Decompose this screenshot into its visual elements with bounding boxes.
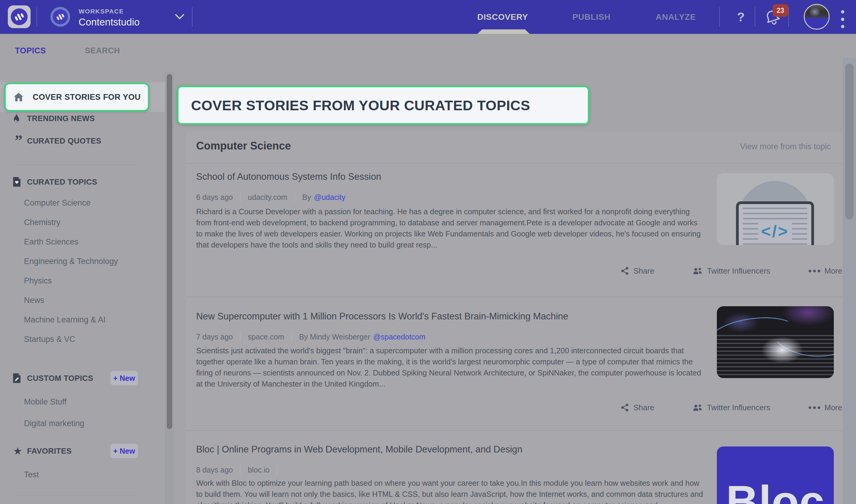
workspace-name: Contentstudio [79,17,140,28]
sidebar-topic-engineering-technology[interactable]: Engineering & Technology [24,257,150,266]
help-button[interactable]: ? [727,0,755,34]
view-more-link[interactable]: View more from this topic [740,142,831,151]
meta-separator [240,192,241,202]
article-thumbnail-code-illustration[interactable]: </> [717,173,834,245]
nav-analyze[interactable]: ANALYZE [646,0,706,34]
topbar-divider [192,7,192,27]
sidebar-item-label: TRENDING NEWS [27,114,95,123]
sidebar-section-label: CURATED TOPICS [27,177,97,187]
sidebar-topic-machine-learning-ai[interactable]: Machine Learning & AI [24,315,150,325]
topbar-divider [37,7,37,27]
article-title[interactable]: Bloc | Online Programs in Web Developmen… [196,444,523,455]
sidebar-item-label: COVER STORIES FOR YOU [33,93,141,102]
nav-discovery[interactable]: DISCOVERY [473,0,533,34]
flame-icon [13,113,23,124]
notifications-button[interactable]: 23 [760,0,788,34]
topbar: WORKSPACE Contentstudio DISCOVERY PUBLIS… [0,0,856,34]
sidebar-item-label: CURATED QUOTES [27,136,101,146]
meta-separator [291,332,292,342]
more-menu-button[interactable] [839,10,846,28]
sidebar-topic-earth-sciences[interactable]: Earth Sciences [24,237,150,247]
article-byline: By [302,193,311,202]
tablet-illustration: </> [736,201,814,245]
brand-glyph-icon [14,12,24,22]
meta-separator [240,332,241,342]
workspace-selector[interactable]: WORKSPACE Contentstudio [45,0,189,34]
sidebar-item-curated-quotes[interactable]: ” CURATED QUOTES [0,133,165,149]
tab-topics[interactable]: TOPICS [15,34,46,68]
sidebar-topic-digital-marketing[interactable]: Digital marketing [24,419,150,428]
sidebar-scrollbar-thumb[interactable] [167,74,172,429]
sidebar-section-favorites[interactable]: ★ FAVORITES [0,443,165,459]
more-button[interactable]: More [809,266,842,276]
more-button[interactable]: More [809,403,842,412]
sidebar-divider [17,164,136,165]
sidebar-section-curated-topics[interactable]: CURATED TOPICS [0,174,165,190]
sidebar-topic-chemistry[interactable]: Chemistry [24,218,150,227]
article-source[interactable]: udacity.com [248,193,287,202]
card-divider [186,430,842,431]
sidebar-topic-news[interactable]: News [24,296,150,305]
people-icon [692,266,703,275]
author-handle-link[interactable]: @udacity [314,193,345,202]
sidebar-section-label: CUSTOM TOPICS [27,374,93,383]
sidebar-section-custom-topics[interactable]: CUSTOM TOPICS [0,371,165,386]
new-favorite-button[interactable]: + New [110,444,138,458]
chevron-down-icon[interactable] [174,13,185,20]
share-button[interactable]: Share [620,266,654,276]
workspace-label: WORKSPACE [79,8,140,15]
article-age: 6 days ago [196,193,233,202]
sidebar-topic-physics[interactable]: Physics [24,276,150,286]
user-avatar[interactable] [804,4,829,30]
nav-publish[interactable]: PUBLISH [562,0,621,34]
sidebar-topic-test[interactable]: Test [24,470,150,480]
share-icon [620,266,629,275]
article-byline: By Mindy Weisberger [299,332,370,341]
article-thumbnail-bloc-logo[interactable]: Bloc [717,447,834,504]
page-title-highlight: COVER STORIES FROM YOUR CURATED TOPICS [177,86,589,125]
star-icon: ★ [13,446,23,456]
contentstudio-app: WORKSPACE Contentstudio DISCOVERY PUBLIS… [0,0,856,504]
article-meta: 6 days ago udacity.com By @udacity [196,192,345,202]
tab-search[interactable]: SEARCH [85,34,120,68]
bloc-logo-text: Bloc [717,476,834,504]
sidebar-divider [17,495,136,496]
sidebar-topic-computer-science[interactable]: Computer Science [24,198,150,208]
article-description: Work with Bloc to optimize your learning… [196,478,704,504]
people-icon [692,403,703,412]
document-heart-icon [13,177,23,187]
article-source[interactable]: bloc.io [248,466,269,474]
meta-separator [277,465,277,475]
twitter-influencers-button[interactable]: Twitter Influencers [692,266,770,276]
topbar-divider [788,7,789,27]
sidebar-item-trending-news[interactable]: TRENDING NEWS [0,111,165,126]
ellipsis-icon [809,406,820,409]
share-button[interactable]: Share [620,403,654,412]
sidebar-section-label: FAVORITES [27,447,72,456]
page-scrollbar-thumb[interactable] [845,64,854,219]
contentstudio-logo-icon [11,8,28,25]
meta-separator [240,465,241,475]
article-thumbnail-supercomputer-photo[interactable] [717,306,834,378]
article-meta: 7 days ago space.com By Mindy Weisberger… [196,331,425,342]
article-age: 7 days ago [196,332,233,341]
contentstudio-logo[interactable] [8,5,31,28]
sidebar-topic-mobile-stuff[interactable]: Mobile Stuff [24,397,150,407]
sidebar-topic-startups-vc[interactable]: Startups & VC [24,335,150,344]
meta-separator [294,192,295,202]
quote-icon: ” [13,136,23,145]
article-title[interactable]: School of Autonomous Systems Info Sessio… [196,172,381,182]
page-title: COVER STORIES FROM YOUR CURATED TOPICS [191,97,530,113]
article-source[interactable]: space.com [248,332,284,341]
workspace-avatar [50,7,70,27]
topic-card-title: Computer Science [196,140,291,152]
article-title[interactable]: New Supercomputer with 1 Million Process… [196,311,568,322]
notification-badge: 23 [773,4,788,17]
sidebar: COVER STORIES FOR YOU TRENDING NEWS ” CU… [0,71,174,504]
more-label: More [824,403,842,412]
author-handle-link[interactable]: @spacedotcom [373,332,425,341]
new-custom-topic-button[interactable]: + New [110,371,138,385]
twitter-influencers-button[interactable]: Twitter Influencers [692,403,770,412]
sidebar-item-cover-stories[interactable]: COVER STORIES FOR YOU [4,83,149,111]
article-meta: 8 days ago bloc.io [196,465,285,475]
